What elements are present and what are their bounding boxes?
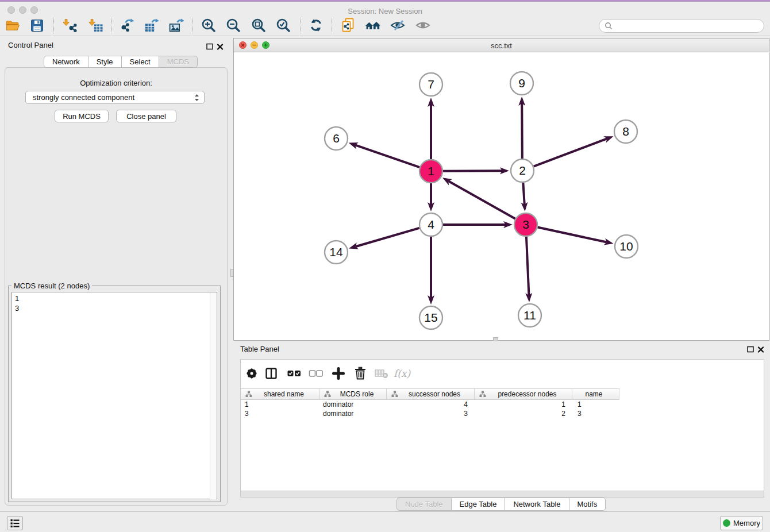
table-cell[interactable]: 2 [475,409,572,418]
tab-mcds[interactable]: MCDS [159,56,198,68]
tab-motifs[interactable]: Motifs [569,498,606,511]
refresh-icon[interactable] [308,17,324,33]
add-column-icon[interactable] [332,366,345,381]
graph-edge-3-10[interactable] [538,227,607,242]
graph-edge-3-1[interactable] [448,181,515,219]
tab-select[interactable]: Select [122,56,159,68]
delete-column-icon[interactable] [353,366,367,381]
copy-network-icon[interactable] [340,17,356,33]
save-session-icon[interactable] [29,17,45,33]
search-icon [604,21,613,30]
graph-node-label: 9 [518,76,525,90]
graph-edge-3-11[interactable] [526,237,529,295]
function-builder-icon[interactable]: f(x) [394,366,410,381]
table-cell[interactable]: 1 [572,400,619,409]
horizontal-splitter-handle[interactable] [493,337,498,341]
search-input[interactable] [599,19,764,33]
column-header-successor-nodes[interactable]: successor nodes [387,388,475,400]
select-stepper-icon [194,94,199,102]
export-network-icon[interactable] [119,17,135,33]
table-panel-tabs: Node TableEdge TableNetwork TableMotifs [396,498,606,511]
graph-edge-2-8[interactable] [534,138,607,166]
toolbar-separator [332,18,332,33]
table-cell[interactable]: 4 [387,400,475,409]
zoom-out-icon[interactable] [225,17,241,33]
graph-edge-2-9[interactable] [522,103,522,159]
zoom-fit-icon[interactable] [251,17,267,33]
optimization-criterion-label: Optimization criterion: [5,79,227,87]
graph-node-label: 15 [424,311,437,324]
table-settings-icon[interactable] [245,366,258,381]
tab-network[interactable]: Network [44,56,88,68]
zoom-in-icon[interactable] [201,17,217,33]
table-cell[interactable]: 3 [387,409,475,418]
hide-graphics-details-icon[interactable] [390,17,406,33]
tab-edge-table[interactable]: Edge Table [452,498,506,511]
network-window-title: scc.txt [234,41,769,50]
window-titlebar[interactable]: Session: New Session [0,2,770,16]
show-column-panel-icon[interactable] [265,366,278,381]
main-toolbar [0,16,770,36]
graph-edge-2-3[interactable] [523,183,524,205]
graph-edge-1-6[interactable] [355,145,419,167]
node-table-area: f(x) shared nameMCDS rolesuccessor nodes… [240,359,764,491]
close-panel-button[interactable]: Close panel [116,110,176,122]
show-graphics-details-icon[interactable] [415,17,431,33]
graph-node-label: 3 [522,218,529,231]
column-header-mcds-role[interactable]: MCDS role [319,388,387,400]
control-panel-float-icon[interactable] [206,43,214,53]
table-panel-float-icon[interactable] [746,345,754,356]
fx-label: f(x) [394,368,410,379]
mcds-result-text: 13 [15,294,217,313]
import-table-icon[interactable] [87,17,103,33]
graph-node-label: 1 [428,164,434,178]
export-table-icon[interactable] [143,17,159,33]
open-session-icon[interactable] [5,17,21,33]
network-canvas[interactable]: 7968124314101511 [234,53,769,340]
delete-table-icon[interactable] [374,366,389,381]
mcds-result-group-title: MCDS result (2 nodes) [11,282,92,290]
table-cell[interactable]: 3 [241,409,319,418]
memory-button[interactable]: Memory [720,516,763,530]
table-cell[interactable]: dominator [319,400,387,409]
export-image-icon[interactable] [168,17,184,33]
task-history-button[interactable] [7,516,23,530]
graph-node-label: 6 [333,132,340,145]
window-title: Session: New Session [0,7,770,16]
table-cell[interactable]: 1 [475,400,572,409]
run-mcds-button[interactable]: Run MCDS [55,110,109,122]
column-header-name[interactable]: name [572,388,619,400]
table-panel-title: Table Panel [240,345,279,353]
control-panel-close-icon[interactable] [216,43,224,53]
optimization-criterion-select[interactable]: strongly connected component [25,91,205,104]
graph-edge-4-14[interactable] [356,228,419,246]
memory-label: Memory [733,519,760,527]
table-body: 1dominator4113dominator323 [241,400,764,418]
network-window-titlebar[interactable]: scc.txt [234,38,769,52]
table-cell[interactable]: 1 [241,400,319,409]
table-cell[interactable]: dominator [319,409,387,418]
result-scrollbar[interactable] [210,293,216,499]
graph-node-label: 10 [619,240,633,253]
tab-style[interactable]: Style [88,56,122,68]
column-header-predecessor-nodes[interactable]: predecessor nodes [475,388,572,400]
table-row[interactable]: 3dominator323 [241,409,764,418]
network-view-window[interactable]: scc.txt 7968124314101511 [233,38,769,341]
graph-node-label: 7 [428,78,434,91]
tab-node-table[interactable]: Node Table [396,498,452,511]
table-panel-close-icon[interactable] [757,345,765,356]
home-icon[interactable] [365,17,381,33]
deselect-all-columns-icon[interactable] [309,366,324,381]
graph-edge-1-2[interactable] [443,171,502,171]
select-all-columns-icon[interactable] [287,366,302,381]
table-row[interactable]: 1dominator411 [241,400,764,409]
graph-node-label: 4 [428,218,434,231]
control-panel-title: Control Panel [8,41,53,49]
status-bar: Memory [0,511,770,532]
tab-network-table[interactable]: Network Table [505,498,569,511]
mcds-result-textarea[interactable]: 13 [11,292,217,499]
import-network-icon[interactable] [61,17,78,33]
column-header-shared-name[interactable]: shared name [241,388,319,400]
table-cell[interactable]: 3 [572,409,619,418]
zoom-selected-icon[interactable] [275,17,291,33]
